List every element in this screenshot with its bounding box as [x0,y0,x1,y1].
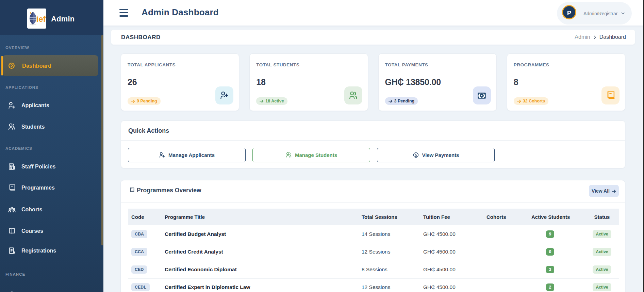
svg-text:ief: ief [36,14,46,23]
